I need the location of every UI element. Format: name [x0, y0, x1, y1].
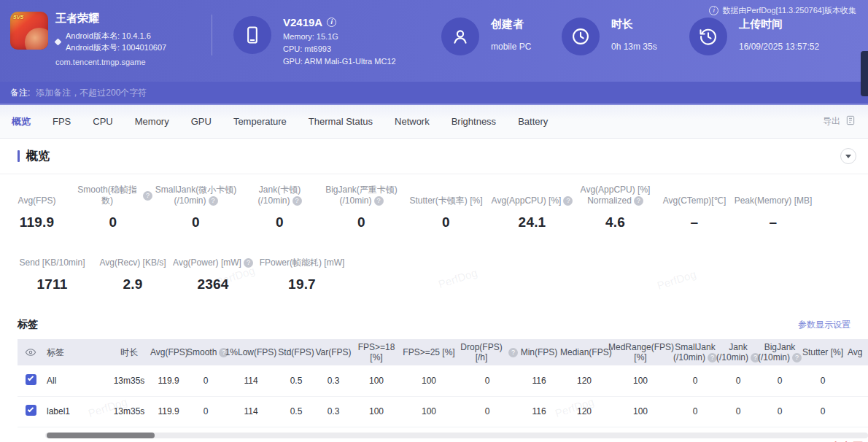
app-info-group: 5V5 王者荣耀 Android版本名: 10.4.1.6 Android版本号…: [10, 12, 166, 66]
section-title-bar: [18, 150, 20, 162]
stat-avg-power: Avg(Power) [mW] 2364: [171, 247, 255, 292]
help-icon[interactable]: [563, 196, 573, 206]
stat-avg-fps: Avg(FPS) 119.9: [0, 185, 74, 230]
creator-value: mobile PC: [491, 42, 531, 52]
export-button[interactable]: 导出: [823, 115, 840, 128]
perfdog-report-page: 数据由PerfDog[11.3.250764]版本收集 5V5 王者荣耀 And…: [0, 0, 868, 438]
tab-bar: 概览 FPS CPU Memory GPU Temperature Therma…: [0, 104, 868, 139]
stat-avg-ctemp: Avg(CTemp)[℃] –: [656, 185, 733, 230]
overview-section-title: 概览: [26, 149, 50, 164]
col-label: 标签: [44, 339, 108, 365]
notes-placeholder: 添加备注，不超过200个字符: [36, 87, 147, 99]
device-model: V2419A: [283, 16, 322, 28]
info-icon: [709, 6, 718, 15]
phone-icon: [233, 16, 271, 54]
tab-brightness[interactable]: Brightness: [452, 116, 496, 127]
col-stutter: Stutter [%]: [801, 339, 845, 365]
tab-overview[interactable]: 概览: [12, 115, 31, 128]
col-fps-ge25: FPS>=25 [%]: [401, 339, 457, 365]
table-header-row: 标签 时长 Avg(FPS) Smooth 1%Low(FPS) Std(FPS…: [18, 339, 868, 365]
device-memory: Memory: 15.1G: [283, 32, 396, 41]
overview-stats-row1: Avg(FPS) 119.9 Smooth(稳帧指数) 0 SmallJank(…: [0, 174, 868, 230]
stat-stutter: Stutter(卡顿率) [%] 0: [403, 185, 489, 230]
help-icon[interactable]: [508, 348, 518, 357]
header: 数据由PerfDog[11.3.250764]版本收集 5V5 王者荣耀 And…: [0, 0, 868, 82]
notes-bar[interactable]: 备注: 添加备注，不超过200个字符: [0, 82, 868, 104]
history-clock-icon: [689, 18, 727, 55]
tab-cpu[interactable]: CPU: [93, 116, 112, 127]
tab-temperature[interactable]: Temperature: [233, 116, 287, 127]
row-checkbox[interactable]: [26, 374, 36, 385]
stat-avg-appcpu: Avg(AppCPU) [%] 24.1: [489, 185, 575, 230]
stat-avg-appcpu-normalized: Avg(AppCPU) [%]Normalized 4.6: [575, 185, 656, 230]
row-checkbox[interactable]: [26, 405, 36, 416]
app-badge: 5V5: [13, 14, 23, 20]
help-icon[interactable]: [209, 196, 218, 206]
android-version-code: Android版本号: 1004010607: [66, 42, 166, 53]
col-bigjank: BigJank(/10min): [759, 339, 801, 365]
table-row-all[interactable]: All 13m35s119.9 0114 0.50.3 100100 0116 …: [18, 365, 868, 396]
scrollbar-thumb[interactable]: [47, 433, 155, 438]
labels-section-title: 标签: [18, 318, 38, 331]
chevron-down-icon: [845, 155, 851, 158]
tab-gpu[interactable]: GPU: [191, 116, 212, 127]
help-icon[interactable]: [292, 196, 302, 206]
creator-label: 创建者: [491, 18, 531, 31]
duration-group: 时长 0h 13m 35s: [562, 18, 657, 55]
notes-label: 备注:: [10, 87, 30, 99]
stat-jank: Jank(卡顿)(/10min) 0: [239, 185, 320, 230]
col-drop-fps: Drop(FPS) [/h]: [457, 339, 518, 365]
col-medrange-fps: MedRange(FPS)[%]: [608, 339, 673, 365]
clock-icon: [562, 18, 600, 55]
stat-send: Send [KB/10min] 1711: [10, 247, 94, 292]
device-info-icon[interactable]: [327, 18, 336, 27]
eye-icon[interactable]: [25, 346, 36, 357]
upload-time-group: 上传时间 16/09/2025 13:57:52: [689, 18, 819, 55]
col-jank: Jank(/10min): [718, 339, 759, 365]
help-icon[interactable]: [374, 196, 384, 206]
col-fps-ge18: FPS>=18 [%]: [352, 339, 401, 365]
app-name: 王者荣耀: [55, 12, 166, 26]
tab-thermal-status[interactable]: Thermal Status: [309, 116, 373, 127]
device-gpu: GPU: ARM Mali-G1-Ultra MC12: [283, 57, 396, 66]
col-std-fps: Std(FPS): [277, 339, 315, 365]
tab-fps[interactable]: FPS: [53, 116, 71, 127]
side-widget-tab[interactable]: [861, 51, 868, 96]
app-meta: 王者荣耀 Android版本名: 10.4.1.6 Android版本号: 10…: [55, 12, 166, 66]
table-row-label1[interactable]: label1 13m35s119.9 0114 0.50.3 100100 01…: [18, 396, 868, 427]
collector-note: 数据由PerfDog[11.3.250764]版本收集: [709, 5, 856, 16]
col-1pct-low: 1%Low(FPS): [225, 339, 277, 365]
col-cut-off: Avg: [845, 339, 868, 365]
horizontal-scrollbar[interactable]: [45, 433, 868, 438]
col-var-fps: Var(FPS): [315, 339, 352, 365]
diamond-icon: [55, 38, 62, 45]
stat-bigjank: BigJank(严重卡顿)(/10min) 0: [320, 185, 403, 230]
col-duration: 时长: [108, 339, 150, 365]
user-icon: [441, 18, 479, 55]
creator-group: 创建者 mobile PC: [441, 18, 531, 55]
help-icon[interactable]: [244, 258, 253, 268]
col-median-fps: Median(FPS): [560, 339, 608, 365]
col-avg-fps: Avg(FPS): [150, 339, 187, 365]
export-icon[interactable]: [845, 115, 856, 128]
display-settings-link[interactable]: 参数显示设置: [798, 319, 850, 331]
tab-battery[interactable]: Battery: [518, 116, 548, 127]
device-cpu: CPU: mt6993: [283, 44, 396, 53]
tab-network[interactable]: Network: [395, 116, 430, 127]
stat-smalljank: SmallJank(微小卡顿)(/10min) 0: [152, 185, 239, 230]
duration-value: 0h 13m 35s: [611, 42, 657, 52]
stat-avg-recv: Avg(Recv) [KB/s] 2.9: [94, 247, 171, 292]
collapse-button[interactable]: [840, 148, 856, 164]
col-smalljank: SmallJank(/10min): [673, 339, 718, 365]
device-info-group: V2419A Memory: 15.1G CPU: mt6993 GPU: AR…: [233, 16, 396, 66]
upload-time-label: 上传时间: [739, 18, 819, 31]
app-package: com.tencent.tmgp.sgame: [55, 58, 166, 66]
help-icon[interactable]: [143, 191, 152, 201]
collector-note-text: 数据由PerfDog[11.3.250764]版本收集: [722, 5, 856, 16]
labels-table: 标签 时长 Avg(FPS) Smooth 1%Low(FPS) Std(FPS…: [18, 339, 868, 427]
duration-label: 时长: [611, 18, 657, 31]
upload-time-value: 16/09/2025 13:57:52: [739, 42, 819, 52]
help-icon[interactable]: [792, 353, 802, 362]
tab-memory[interactable]: Memory: [135, 116, 169, 127]
help-icon[interactable]: [634, 196, 643, 206]
